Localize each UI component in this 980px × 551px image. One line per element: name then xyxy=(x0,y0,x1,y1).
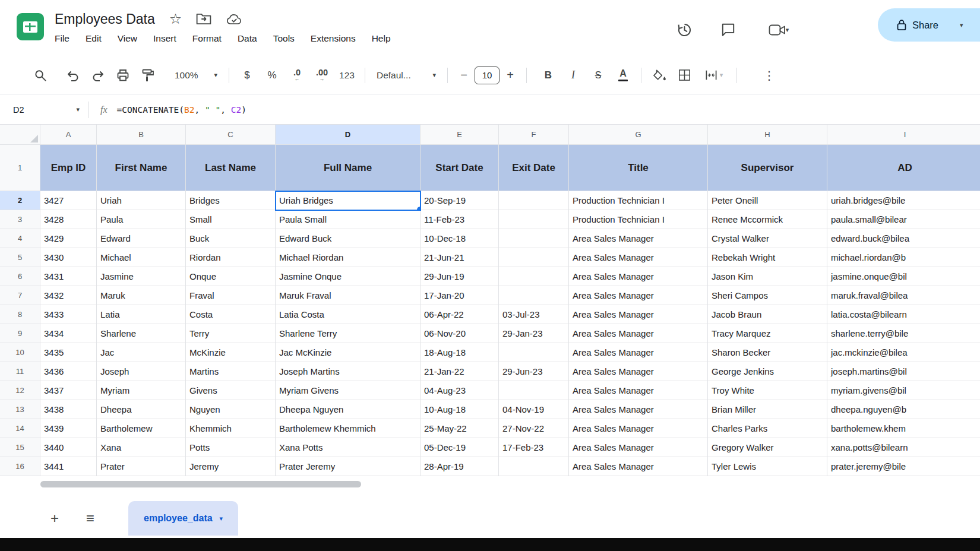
cell-A2[interactable]: 3427 xyxy=(40,191,97,210)
cell-A10[interactable]: 3435 xyxy=(40,343,97,362)
cell-B9[interactable]: Sharlene xyxy=(97,324,186,343)
cell-I16[interactable]: prater.jeremy@bile xyxy=(827,457,980,476)
name-box[interactable]: D2 ▾ xyxy=(0,105,88,115)
cell-A14[interactable]: 3439 xyxy=(40,419,97,438)
borders-button[interactable] xyxy=(672,64,697,87)
cell-C7[interactable]: Fraval xyxy=(186,286,276,305)
cell-B11[interactable]: Joseph xyxy=(97,362,186,381)
cell-A1[interactable]: Emp ID xyxy=(40,145,97,191)
cell-I10[interactable]: jac.mckinzie@bilea xyxy=(827,343,980,362)
row-header-13[interactable]: 13 xyxy=(0,400,40,419)
cell-D2-active[interactable]: Uriah Bridges xyxy=(276,191,421,210)
cell-C11[interactable]: Martins xyxy=(186,362,276,381)
more-options-button[interactable]: ⋮ xyxy=(757,64,782,87)
cell-G2[interactable]: Production Technician I xyxy=(569,191,708,210)
cell-C2[interactable]: Bridges xyxy=(186,191,276,210)
cell-G16[interactable]: Area Sales Manager xyxy=(569,457,708,476)
cell-I13[interactable]: dheepa.nguyen@b xyxy=(827,400,980,419)
cell-B13[interactable]: Dheepa xyxy=(97,400,186,419)
cell-C10[interactable]: McKinzie xyxy=(186,343,276,362)
cell-D15[interactable]: Xana Potts xyxy=(276,438,421,457)
cell-H15[interactable]: Gregory Walker xyxy=(708,438,827,457)
cell-F3[interactable] xyxy=(499,210,569,229)
cell-A15[interactable]: 3440 xyxy=(40,438,97,457)
cell-A9[interactable]: 3434 xyxy=(40,324,97,343)
cell-F14[interactable]: 27-Nov-22 xyxy=(499,419,569,438)
all-sheets-button[interactable]: ≡ xyxy=(77,505,103,531)
share-button[interactable]: Share ▾ xyxy=(878,8,980,42)
increase-font-size-button[interactable]: + xyxy=(500,64,521,87)
cell-G4[interactable]: Area Sales Manager xyxy=(569,229,708,248)
cell-H3[interactable]: Renee Mccormick xyxy=(708,210,827,229)
zoom-selector[interactable]: 100% ▾ xyxy=(169,64,223,87)
cell-C6[interactable]: Onque xyxy=(186,267,276,286)
cell-C9[interactable]: Terry xyxy=(186,324,276,343)
cell-D3[interactable]: Paula Small xyxy=(276,210,421,229)
menu-file[interactable]: File xyxy=(55,33,69,44)
cell-I5[interactable]: michael.riordan@b xyxy=(827,248,980,267)
cell-H12[interactable]: Troy White xyxy=(708,381,827,400)
name-box-caret-icon[interactable]: ▾ xyxy=(76,106,80,113)
sheets-logo[interactable] xyxy=(17,13,44,40)
cell-G7[interactable]: Area Sales Manager xyxy=(569,286,708,305)
redo-button[interactable] xyxy=(86,64,110,87)
cell-A7[interactable]: 3432 xyxy=(40,286,97,305)
sheet-tab-employee-data[interactable]: employee_data ▾ xyxy=(128,501,238,536)
row-header-8[interactable]: 8 xyxy=(0,305,40,324)
italic-button[interactable]: I xyxy=(561,64,586,87)
cell-B5[interactable]: Michael xyxy=(97,248,186,267)
cell-D4[interactable]: Edward Buck xyxy=(276,229,421,248)
cell-F6[interactable] xyxy=(499,267,569,286)
row-header-12[interactable]: 12 xyxy=(0,381,40,400)
cell-A8[interactable]: 3433 xyxy=(40,305,97,324)
cell-F11[interactable]: 29-Jun-23 xyxy=(499,362,569,381)
text-color-button[interactable]: A xyxy=(611,64,636,87)
decrease-font-size-button[interactable]: − xyxy=(453,64,475,87)
cell-F9[interactable]: 29-Jan-23 xyxy=(499,324,569,343)
menu-edit[interactable]: Edit xyxy=(86,33,102,44)
strikethrough-button[interactable]: S xyxy=(586,64,611,87)
version-history-button[interactable] xyxy=(671,17,697,43)
cell-E10[interactable]: 18-Aug-18 xyxy=(421,343,499,362)
search-button[interactable] xyxy=(27,64,52,87)
cell-F7[interactable] xyxy=(499,286,569,305)
cell-F5[interactable] xyxy=(499,248,569,267)
column-header-C[interactable]: C xyxy=(186,125,276,145)
sheet-tab-caret-icon[interactable]: ▾ xyxy=(220,515,223,522)
row-header-15[interactable]: 15 xyxy=(0,438,40,457)
cell-B12[interactable]: Myriam xyxy=(97,381,186,400)
cell-B8[interactable]: Latia xyxy=(97,305,186,324)
cell-I12[interactable]: myriam.givens@bil xyxy=(827,381,980,400)
cell-E13[interactable]: 10-Aug-18 xyxy=(421,400,499,419)
merge-cells-button[interactable]: ▾ xyxy=(697,64,731,87)
cell-B2[interactable]: Uriah xyxy=(97,191,186,210)
cell-G6[interactable]: Area Sales Manager xyxy=(569,267,708,286)
cell-B4[interactable]: Edward xyxy=(97,229,186,248)
cell-D10[interactable]: Jac McKinzie xyxy=(276,343,421,362)
print-button[interactable] xyxy=(110,64,135,87)
cell-C1[interactable]: Last Name xyxy=(186,145,276,191)
paint-format-button[interactable] xyxy=(135,64,160,87)
star-icon[interactable]: ☆ xyxy=(169,12,182,26)
row-header-16[interactable]: 16 xyxy=(0,457,40,476)
cell-G8[interactable]: Area Sales Manager xyxy=(569,305,708,324)
column-header-A[interactable]: A xyxy=(40,125,97,145)
cell-F10[interactable] xyxy=(499,343,569,362)
cell-F15[interactable]: 17-Feb-23 xyxy=(499,438,569,457)
cell-H9[interactable]: Tracy Marquez xyxy=(708,324,827,343)
cell-H14[interactable]: Charles Parks xyxy=(708,419,827,438)
cell-H5[interactable]: Rebekah Wright xyxy=(708,248,827,267)
undo-button[interactable] xyxy=(61,64,86,87)
cell-G3[interactable]: Production Technician I xyxy=(569,210,708,229)
row-header-2[interactable]: 2 xyxy=(0,191,40,210)
cell-C8[interactable]: Costa xyxy=(186,305,276,324)
column-header-B[interactable]: B xyxy=(97,125,186,145)
cell-G9[interactable]: Area Sales Manager xyxy=(569,324,708,343)
cell-G12[interactable]: Area Sales Manager xyxy=(569,381,708,400)
cell-B16[interactable]: Prater xyxy=(97,457,186,476)
menu-extensions[interactable]: Extensions xyxy=(311,33,356,44)
cell-E16[interactable]: 28-Apr-19 xyxy=(421,457,499,476)
cell-F2[interactable] xyxy=(499,191,569,210)
cell-I8[interactable]: latia.costa@bilearn xyxy=(827,305,980,324)
cell-E4[interactable]: 10-Dec-18 xyxy=(421,229,499,248)
